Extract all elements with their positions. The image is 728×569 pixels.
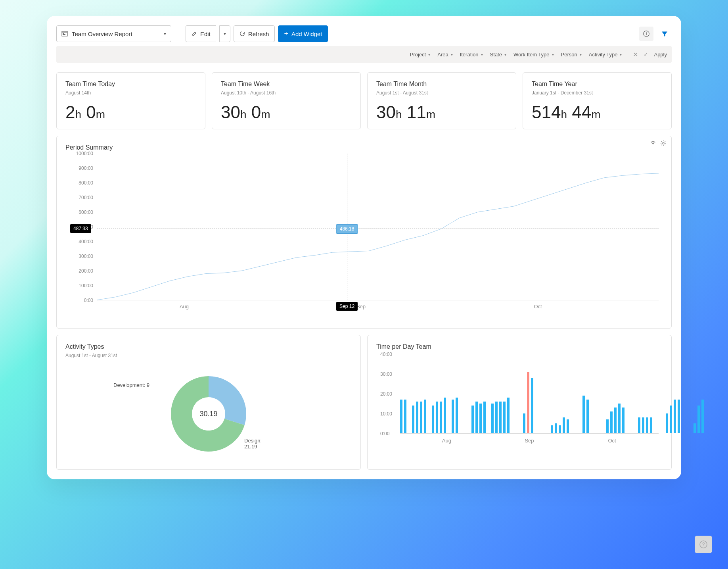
toolbar: Team Overview Report ▾ Edit ▾ Refresh + … <box>56 25 672 42</box>
kpi-cards-row: Team Time Today August 14th 2h 0m Team T… <box>56 72 672 129</box>
svg-point-7 <box>663 142 664 144</box>
time-per-day-widget: Time per Day Team 40:0030:0020:0010:000:… <box>367 335 672 470</box>
filter-work-item-type[interactable]: Work Item Type▾ <box>513 52 554 58</box>
x-axis: AugSepOctSep 12 <box>97 300 659 320</box>
refresh-button[interactable]: Refresh <box>234 25 275 42</box>
card-value: 2h 0m <box>65 104 196 121</box>
help-button[interactable]: ? <box>695 536 712 553</box>
activity-types-title: Activity Types <box>65 343 352 350</box>
report-selector[interactable]: Team Overview Report ▾ <box>56 25 171 42</box>
chevron-down-icon: ▾ <box>164 31 166 37</box>
period-summary-widget: Period Summary 1000:00900:00800:00700:00… <box>56 136 672 329</box>
card-value: 30h 11m <box>376 104 507 121</box>
svg-point-5 <box>646 32 647 33</box>
filter-toggle-button[interactable] <box>657 27 672 41</box>
filter-state[interactable]: State▾ <box>490 52 506 58</box>
line-svg <box>97 154 659 300</box>
card-team-time-week: Team Time Week August 10th - August 16th… <box>212 72 361 129</box>
card-team-time-month: Team Time Month August 1st - August 31st… <box>367 72 516 129</box>
card-team-time-year: Team Time Year January 1st - December 31… <box>523 72 672 129</box>
card-title: Team Time Month <box>376 81 507 88</box>
download-icon[interactable] <box>650 140 656 148</box>
filter-bar: Project▾ Area▾ Iteration▾ State▾ Work It… <box>56 46 672 63</box>
filter-iteration[interactable]: Iteration▾ <box>460 52 483 58</box>
filter-person[interactable]: Person▾ <box>561 52 582 58</box>
crosshair-horizontal <box>97 229 659 229</box>
card-subtitle: August 10th - August 16th <box>221 90 352 96</box>
refresh-icon <box>239 31 245 37</box>
period-summary-chart[interactable]: 1000:00900:00800:00700:00600:00500:00400… <box>65 154 663 320</box>
card-title: Team Time Year <box>532 81 663 88</box>
clear-filters-button[interactable]: ✕ <box>633 51 638 58</box>
pencil-icon <box>192 31 197 37</box>
filter-area[interactable]: Area▾ <box>437 52 452 58</box>
plus-icon: + <box>284 30 288 37</box>
activity-donut[interactable]: 30.19 Development: 9 Design: 21.19 <box>161 366 256 461</box>
help-icon: ? <box>699 540 708 549</box>
donut-label-design: Design: 21.19 <box>244 438 262 450</box>
period-summary-title: Period Summary <box>65 144 663 151</box>
svg-text:?: ? <box>702 542 705 547</box>
card-subtitle: August 1st - August 31st <box>376 90 507 96</box>
filter-activity-type[interactable]: Activity Type▾ <box>589 52 622 58</box>
svg-rect-6 <box>646 33 646 35</box>
svg-rect-2 <box>63 33 64 35</box>
svg-rect-3 <box>64 34 65 36</box>
card-value: 30h 0m <box>221 104 352 121</box>
filter-icon <box>661 30 668 37</box>
card-subtitle: August 14th <box>65 90 196 96</box>
card-team-time-today: Team Time Today August 14th 2h 0m <box>56 72 205 129</box>
add-widget-button[interactable]: + Add Widget <box>278 25 328 42</box>
edit-dropdown[interactable]: ▾ <box>219 25 230 42</box>
donut-label-development: Development: 9 <box>113 382 149 388</box>
card-title: Team Time Today <box>65 81 196 88</box>
bars-container <box>400 354 659 434</box>
y-hover-badge: 487:33 <box>70 224 91 233</box>
card-subtitle: January 1st - December 31st <box>532 90 663 96</box>
card-title: Team Time Week <box>221 81 352 88</box>
time-per-day-title: Time per Day Team <box>376 343 663 350</box>
info-icon <box>643 30 650 37</box>
report-name: Team Overview Report <box>72 31 160 37</box>
filter-project[interactable]: Project▾ <box>410 52 430 58</box>
activity-types-subtitle: August 1st - August 31st <box>65 353 352 358</box>
app-window: Team Overview Report ▾ Edit ▾ Refresh + … <box>47 16 681 479</box>
time-per-day-chart[interactable]: 40:0030:0020:0010:000:00 AugSepOct <box>376 354 663 446</box>
bar-x-axis: AugSepOct <box>400 438 659 446</box>
gear-icon[interactable] <box>660 140 667 148</box>
apply-filters-button[interactable]: Apply <box>654 52 667 58</box>
report-icon <box>61 31 68 37</box>
edit-button[interactable]: Edit <box>186 25 216 42</box>
card-value: 514h 44m <box>532 104 663 121</box>
activity-types-widget: Activity Types August 1st - August 31st … <box>56 335 361 470</box>
donut-center-label: 30.19 <box>199 410 217 418</box>
confirm-filters-button[interactable]: ✓ <box>644 51 648 58</box>
plot-area: 487:33 486:18 <box>97 154 659 300</box>
info-button[interactable] <box>639 27 653 41</box>
